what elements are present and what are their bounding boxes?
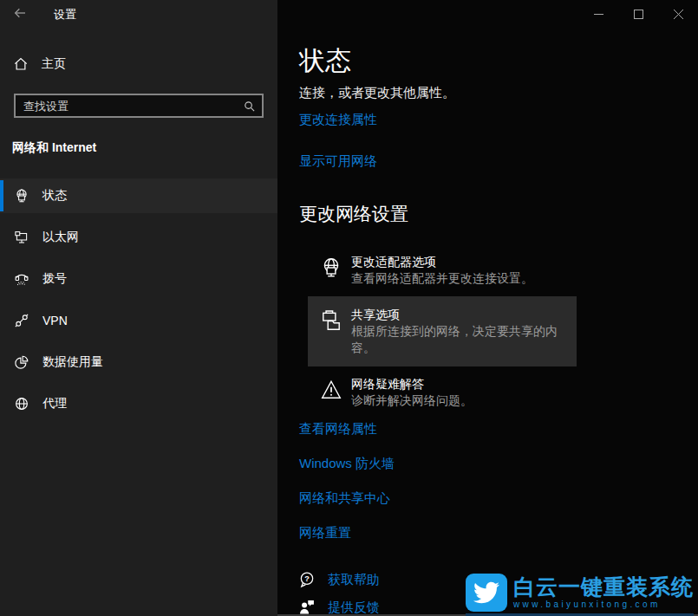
back-button[interactable] — [0, 0, 40, 29]
warning-triangle-icon — [320, 379, 342, 401]
feedback-person-icon — [298, 599, 316, 616]
maximize-button[interactable] — [618, 0, 658, 28]
sidebar-item-vpn[interactable]: VPN — [0, 303, 277, 338]
globe-monitor-icon — [14, 188, 29, 204]
search-input[interactable] — [16, 100, 236, 113]
sidebar-item-ethernet[interactable]: 以太网 — [0, 220, 277, 255]
link-network-reset[interactable]: 网络重置 — [299, 525, 698, 541]
link-network-sharing-center[interactable]: 网络和共享中心 — [299, 490, 698, 506]
sidebar-item-label: 拨号 — [42, 271, 67, 287]
sidebar-item-label: 数据使用量 — [42, 354, 103, 370]
give-feedback-label: 提供反馈 — [328, 600, 380, 616]
help-bubble-icon: ? — [298, 571, 316, 588]
setting-description: 诊断并解决网络问题。 — [351, 392, 473, 409]
sidebar-item-home[interactable]: 主页 — [0, 49, 277, 80]
close-button[interactable] — [658, 0, 698, 28]
sidebar-item-label: 代理 — [42, 396, 67, 412]
window-controls — [578, 0, 698, 28]
twitter-bird-icon — [466, 574, 507, 612]
sharing-printer-folder-icon — [320, 309, 342, 332]
watermark-title: 白云一键重装系统 — [513, 575, 694, 599]
sidebar-item-status[interactable]: 状态 — [0, 178, 277, 213]
link-view-network-properties[interactable]: 查看网络属性 — [299, 421, 698, 437]
settings-list: 更改适配器选项 查看网络适配器并更改连接设置。 共享选项 根 — [299, 251, 698, 412]
sidebar-nav: 状态 以太网 — [0, 178, 277, 421]
page-title: 状态 — [299, 48, 698, 74]
sidebar-item-label: VPN — [42, 314, 68, 327]
sidebar-item-label: 状态 — [42, 188, 67, 204]
setting-description: 根据所连接到的网络，决定要共享的内容。 — [351, 323, 577, 356]
get-help-link[interactable]: ? 获取帮助 — [298, 570, 380, 589]
app-title: 设置 — [54, 7, 76, 23]
setting-item-change-adapter-options[interactable]: 更改适配器选项 查看网络适配器并更改连接设置。 — [299, 251, 698, 289]
sidebar: 设置 主页 网络和 Internet — [0, 0, 277, 616]
setting-item-network-troubleshooter[interactable]: 网络疑难解答 诊断并解决网络问题。 — [299, 373, 698, 412]
home-icon — [13, 56, 29, 72]
bottom-links: 查看网络属性 Windows 防火墙 网络和共享中心 网络重置 — [299, 421, 698, 541]
setting-title: 共享选项 — [351, 307, 577, 323]
data-usage-pie-icon — [14, 354, 29, 370]
dialup-phone-icon — [14, 271, 29, 287]
vpn-link-icon — [14, 313, 29, 328]
search-icon[interactable] — [236, 95, 262, 116]
setting-description: 查看网络适配器并更改连接设置。 — [351, 270, 533, 287]
setting-title: 网络疑难解答 — [351, 376, 473, 392]
main-area: 状态 连接，或者更改其他属性。 更改连接属性 显示可用网络 更改网络设置 — [277, 48, 698, 541]
setting-item-sharing-options[interactable]: 共享选项 根据所连接到的网络，决定要共享的内容。 — [308, 296, 577, 366]
setting-title: 更改适配器选项 — [351, 254, 533, 270]
sidebar-titlebar: 设置 — [0, 0, 277, 29]
minimize-button[interactable] — [578, 0, 618, 28]
sidebar-home-label: 主页 — [42, 56, 66, 72]
svg-text:?: ? — [304, 574, 310, 583]
help-section: ? 获取帮助 提供反馈 — [298, 570, 380, 616]
proxy-globe-icon — [14, 396, 29, 412]
arrow-left-icon — [13, 6, 27, 23]
ethernet-monitor-icon — [14, 230, 29, 245]
watermark-overlay: 白云一键重装系统 www.baiyunxitong.com — [466, 574, 694, 616]
search-box — [14, 94, 264, 118]
page-subtitle: 连接，或者更改其他属性。 — [299, 85, 698, 100]
get-help-label: 获取帮助 — [328, 572, 380, 588]
give-feedback-link[interactable]: 提供反馈 — [298, 598, 380, 616]
settings-window: 设置 主页 网络和 Internet — [0, 0, 698, 616]
adapter-globe-monitor-icon — [320, 256, 342, 279]
content-pane: 状态 连接，或者更改其他属性。 更改连接属性 显示可用网络 更改网络设置 — [277, 0, 698, 616]
sidebar-item-dialup[interactable]: 拨号 — [0, 262, 277, 296]
link-windows-firewall[interactable]: Windows 防火墙 — [299, 456, 698, 471]
link-change-connection-properties[interactable]: 更改连接属性 — [299, 112, 698, 127]
watermark-url: www.baiyunxitong.com — [513, 600, 694, 610]
section-heading: 更改网络设置 — [299, 204, 698, 224]
sidebar-section-title: 网络和 Internet — [12, 140, 277, 155]
link-show-available-networks[interactable]: 显示可用网络 — [299, 153, 698, 169]
sidebar-item-label: 以太网 — [42, 230, 79, 245]
sidebar-item-data-usage[interactable]: 数据使用量 — [0, 345, 277, 379]
sidebar-item-proxy[interactable]: 代理 — [0, 386, 277, 421]
